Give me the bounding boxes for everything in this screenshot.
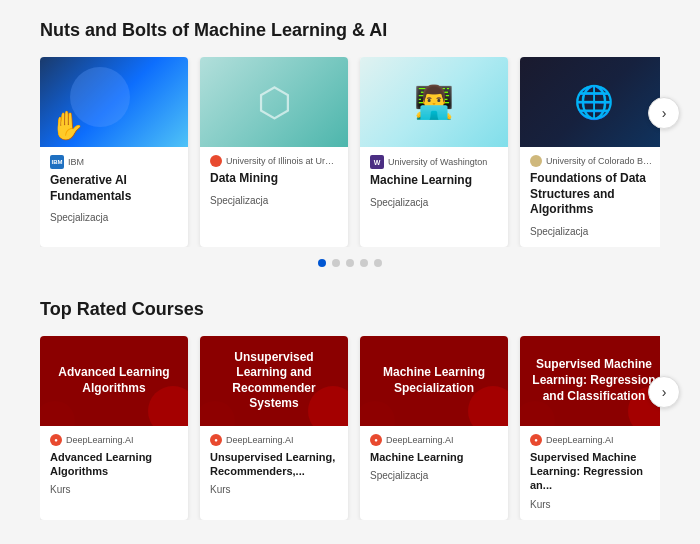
rated-provider-name: DeepLearning.AI (66, 435, 134, 445)
illinois-logo (210, 155, 222, 167)
rated-card-image-title: Unsupervised Learning and Recommender Sy… (210, 350, 338, 412)
provider-name: IBM (68, 157, 84, 167)
top-rated-wrapper: Advanced Learning Algorithms ● DeepLearn… (40, 336, 660, 520)
deeplearning-logo: ● (50, 434, 62, 446)
card-provider: University of Illinois at Urbana... (210, 155, 338, 167)
rated-card-image-title: Machine Learning Specialization (370, 365, 498, 396)
rated-card-advanced-learning[interactable]: Advanced Learning Algorithms ● DeepLearn… (40, 336, 188, 520)
card-image-datamining (200, 57, 348, 147)
rated-card-image-advanced: Advanced Learning Algorithms (40, 336, 188, 426)
provider-name: University of Illinois at Urbana... (226, 156, 336, 166)
rated-card-ml-specialization[interactable]: Machine Learning Specialization ● DeepLe… (360, 336, 508, 520)
rated-provider-name: DeepLearning.AI (386, 435, 454, 445)
rated-card-type: Kurs (210, 484, 338, 495)
card-provider: IBM IBM (50, 155, 178, 169)
rated-card-type: Kurs (50, 484, 178, 495)
rated-card-image-title: Supervised Machine Learning: Regression … (530, 357, 658, 404)
dot-5[interactable] (374, 259, 382, 267)
rated-card-image-supervised: Supervised Machine Learning: Regression … (520, 336, 660, 426)
dot-4[interactable] (360, 259, 368, 267)
top-rated-section: Top Rated Courses Advanced Learning Algo… (40, 299, 660, 520)
rated-provider-name: DeepLearning.AI (226, 435, 294, 445)
card-type: Specjalizacja (210, 195, 338, 206)
rated-course-name: Supervised Machine Learning: Regression … (530, 450, 658, 493)
carousel-dots (40, 259, 660, 267)
deeplearning-logo: ● (530, 434, 542, 446)
deeplearning-logo: ● (370, 434, 382, 446)
course-card-machine-learning[interactable]: W University of Washington Machine Learn… (360, 57, 508, 247)
carousel-track: IBM IBM Generative AI Fundamentals Specj… (40, 57, 660, 247)
dot-2[interactable] (332, 259, 340, 267)
rated-card-image-ml: Machine Learning Specialization (360, 336, 508, 426)
card-title: Machine Learning (370, 173, 498, 189)
rated-provider: ● DeepLearning.AI (370, 434, 498, 446)
rated-provider: ● DeepLearning.AI (530, 434, 658, 446)
card-title: Data Mining (210, 171, 338, 187)
rated-provider: ● DeepLearning.AI (210, 434, 338, 446)
provider-name: University of Washington (388, 157, 487, 167)
card-image-ml (360, 57, 508, 147)
rated-card-type: Kurs (530, 499, 658, 510)
rated-course-name: Unsupervised Learning, Recommenders,... (210, 450, 338, 479)
course-card-foundations[interactable]: University of Colorado Boulder Foundatio… (520, 57, 660, 247)
course-card-data-mining[interactable]: University of Illinois at Urbana... Data… (200, 57, 348, 247)
card-image-foundations (520, 57, 660, 147)
card-provider: W University of Washington (370, 155, 498, 169)
deeplearning-logo: ● (210, 434, 222, 446)
card-title: Foundations of Data Structures and Algor… (530, 171, 658, 218)
top-rated-next-button[interactable]: › (648, 376, 680, 408)
top-rated-title: Top Rated Courses (40, 299, 660, 320)
carousel-next-button[interactable]: › (648, 97, 680, 129)
washington-logo: W (370, 155, 384, 169)
carousel-title: Nuts and Bolts of Machine Learning & AI (40, 20, 660, 41)
ibm-logo: IBM (50, 155, 64, 169)
rated-provider: ● DeepLearning.AI (50, 434, 178, 446)
top-rated-track: Advanced Learning Algorithms ● DeepLearn… (40, 336, 660, 520)
card-title: Generative AI Fundamentals (50, 173, 178, 204)
card-type: Specjalizacja (370, 197, 498, 208)
dot-1[interactable] (318, 259, 326, 267)
provider-name: University of Colorado Boulder (546, 156, 656, 166)
rated-course-name: Advanced Learning Algorithms (50, 450, 178, 479)
card-provider: University of Colorado Boulder (530, 155, 658, 167)
card-image-generative (40, 57, 188, 147)
card-type: Specjalizacja (530, 226, 658, 237)
dot-3[interactable] (346, 259, 354, 267)
rated-card-unsupervised[interactable]: Unsupervised Learning and Recommender Sy… (200, 336, 348, 520)
rated-card-image-title: Advanced Learning Algorithms (50, 365, 178, 396)
course-card-generative-ai[interactable]: IBM IBM Generative AI Fundamentals Specj… (40, 57, 188, 247)
page-container: Nuts and Bolts of Machine Learning & AI … (0, 0, 700, 544)
rated-course-name: Machine Learning (370, 450, 498, 464)
rated-card-supervised-ml[interactable]: Supervised Machine Learning: Regression … (520, 336, 660, 520)
rated-card-type: Specjalizacja (370, 470, 498, 481)
rated-provider-name: DeepLearning.AI (546, 435, 614, 445)
colorado-logo (530, 155, 542, 167)
card-type: Specjalizacja (50, 212, 178, 223)
carousel-section: Nuts and Bolts of Machine Learning & AI … (40, 20, 660, 267)
rated-card-image-unsupervised: Unsupervised Learning and Recommender Sy… (200, 336, 348, 426)
